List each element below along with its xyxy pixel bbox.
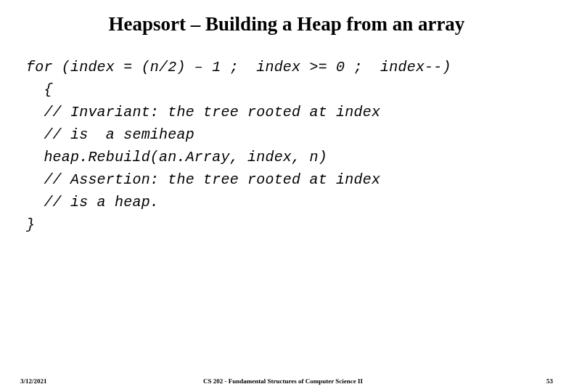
code-line-1: for (index = (n/2) – 1 ; index >= 0 ; in…	[26, 59, 451, 75]
code-line-7: // is a heap.	[26, 194, 159, 211]
footer-course: CS 202 - Fundamental Structures of Compu…	[203, 377, 363, 385]
code-line-2: {	[26, 81, 53, 98]
slide-title: Heapsort – Building a Heap from an array	[71, 13, 546, 36]
code-line-4: // is a semiheap	[26, 126, 194, 143]
code-block: for (index = (n/2) – 1 ; index >= 0 ; in…	[26, 56, 546, 236]
code-line-6: // Assertion: the tree rooted at index	[26, 171, 380, 188]
code-line-8: }	[26, 216, 35, 233]
code-line-3: // Invariant: the tree rooted at index	[26, 104, 380, 121]
code-line-5: heap.Rebuild(an.Array, index, n)	[26, 149, 327, 166]
footer-date: 3/12/2021	[20, 377, 47, 385]
slide-container: Heapsort – Building a Heap from an array…	[0, 0, 566, 392]
footer-page-number: 53	[546, 377, 553, 385]
